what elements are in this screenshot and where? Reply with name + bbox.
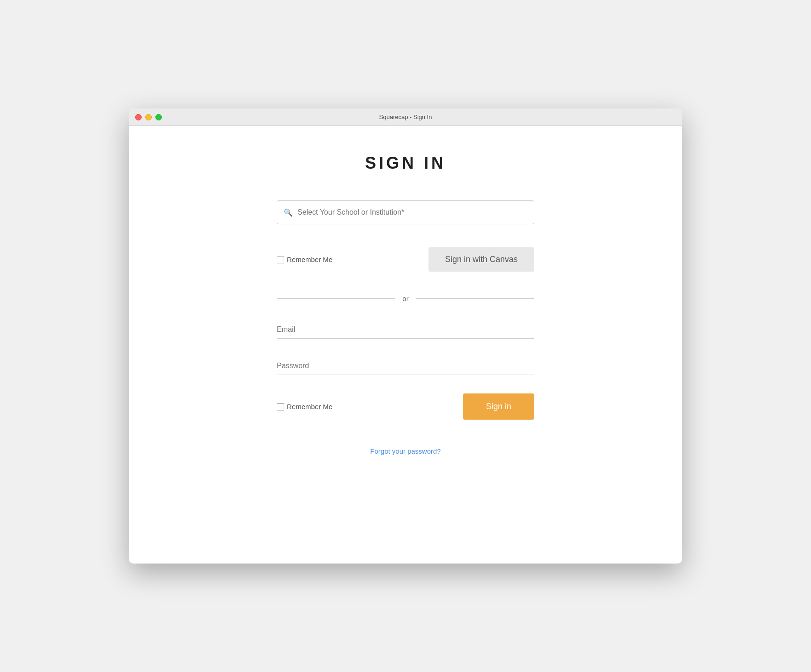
canvas-signin-row: Remember Me Sign in with Canvas — [277, 247, 534, 272]
main-content: SIGN IN 🔍 Remember Me Sign in with Canva… — [129, 126, 682, 473]
maximize-button[interactable] — [155, 114, 162, 120]
signin-remember-me-checkbox[interactable] — [277, 403, 284, 410]
signin-remember-me-text: Remember Me — [287, 403, 332, 410]
or-divider: or — [277, 295, 534, 302]
traffic-lights — [135, 114, 162, 120]
search-input-wrapper: 🔍 — [277, 200, 534, 224]
canvas-remember-me-label[interactable]: Remember Me — [277, 256, 332, 263]
page-title: SIGN IN — [365, 154, 446, 173]
password-input[interactable] — [277, 357, 534, 375]
sign-in-with-canvas-button[interactable]: Sign in with Canvas — [428, 247, 534, 272]
school-search-container: 🔍 — [277, 200, 534, 224]
app-window: Squarecap - Sign In SIGN IN 🔍 Remember M… — [129, 108, 682, 564]
sign-in-button[interactable]: Sign in — [463, 393, 534, 420]
titlebar: Squarecap - Sign In — [129, 108, 682, 126]
minimize-button[interactable] — [145, 114, 152, 120]
email-input[interactable] — [277, 321, 534, 339]
search-icon: 🔍 — [284, 208, 293, 217]
signin-row: Remember Me Sign in — [277, 393, 534, 420]
divider-text: or — [402, 295, 408, 302]
forgot-password-link[interactable]: Forgot your password? — [370, 447, 440, 455]
school-search-input[interactable] — [297, 208, 527, 216]
divider-line-left — [277, 298, 395, 299]
canvas-remember-me-text: Remember Me — [287, 256, 332, 263]
signin-remember-me-label[interactable]: Remember Me — [277, 403, 332, 410]
window-title: Squarecap - Sign In — [379, 114, 432, 120]
close-button[interactable] — [135, 114, 142, 120]
divider-line-right — [416, 298, 534, 299]
canvas-remember-me-checkbox[interactable] — [277, 256, 284, 263]
